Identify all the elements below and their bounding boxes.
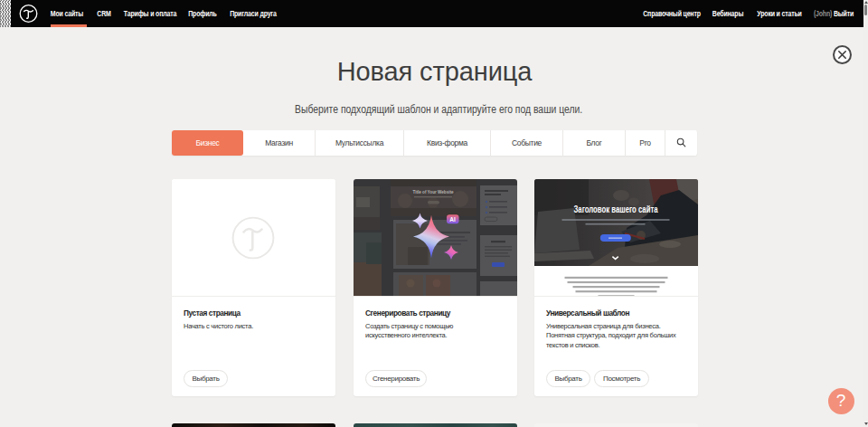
svg-text:AI: AI — [449, 216, 456, 223]
svg-text:Заголовок вашего сайта: Заголовок вашего сайта — [574, 204, 658, 214]
